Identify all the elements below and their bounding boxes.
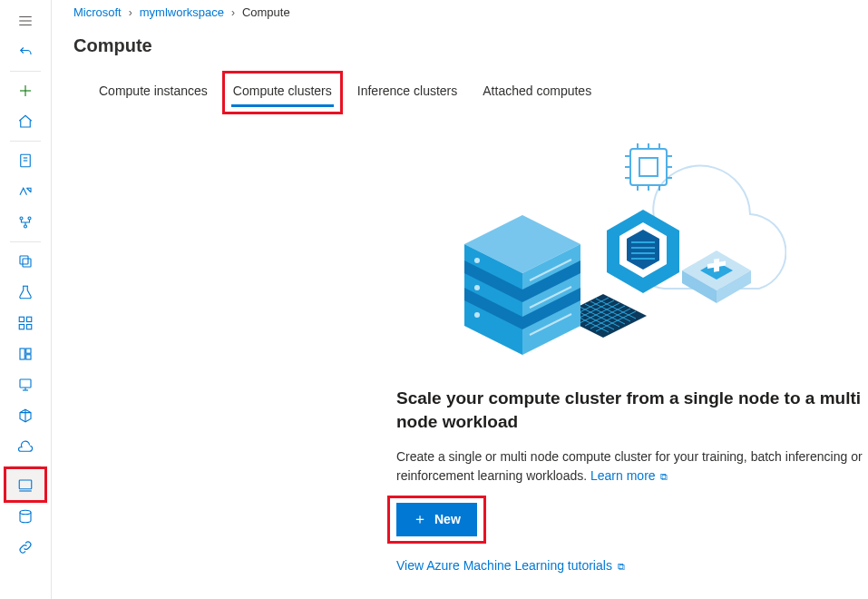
models-icon[interactable]: [5, 339, 45, 369]
svg-rect-15: [27, 317, 32, 321]
tab-attached-computes[interactable]: Attached computes: [470, 76, 604, 105]
data-labeling-icon[interactable]: [5, 501, 45, 532]
svg-rect-18: [20, 349, 24, 359]
svg-rect-27: [630, 149, 667, 185]
breadcrumb-link-microsoft[interactable]: Microsoft: [73, 5, 122, 19]
menu-icon[interactable]: [5, 5, 45, 36]
main-content: Microsoft › mymlworkspace › Compute Comp…: [52, 0, 868, 599]
svg-point-10: [24, 225, 27, 228]
breadcrumb-current: Compute: [242, 5, 290, 19]
svg-rect-12: [23, 259, 31, 267]
new-button-label: New: [434, 512, 461, 526]
tabs: Compute instances Compute clusters Infer…: [73, 76, 868, 105]
svg-rect-14: [19, 317, 24, 321]
empty-state-description: Create a single or multi node compute cl…: [396, 447, 868, 485]
tab-inference-clusters[interactable]: Inference clusters: [345, 76, 471, 105]
svg-point-72: [474, 258, 480, 263]
tab-compute-instances[interactable]: Compute instances: [86, 76, 220, 105]
svg-rect-24: [19, 480, 32, 489]
page-title: Compute: [73, 35, 868, 56]
compute-icon[interactable]: [5, 470, 45, 501]
designer-icon[interactable]: [5, 207, 45, 238]
breadcrumb-link-workspace[interactable]: mymlworkspace: [140, 5, 224, 19]
svg-rect-17: [27, 325, 32, 329]
svg-point-73: [474, 285, 480, 290]
home-icon[interactable]: [5, 106, 45, 137]
breadcrumb: Microsoft › mymlworkspace › Compute: [73, 5, 868, 19]
svg-rect-21: [20, 379, 31, 388]
tutorials-link[interactable]: View Azure Machine Learning tutorials ⧉: [396, 558, 625, 573]
svg-point-74: [474, 312, 480, 318]
plus-icon: ＋: [413, 510, 427, 529]
svg-point-26: [20, 510, 31, 515]
datasets-icon[interactable]: [5, 246, 45, 277]
external-link-icon: ⧉: [660, 471, 668, 482]
linked-services-icon[interactable]: [5, 532, 45, 563]
learn-more-link[interactable]: Learn more ⧉: [590, 468, 668, 483]
notebooks-icon[interactable]: [5, 145, 45, 176]
tab-label: Compute clusters: [233, 83, 332, 98]
chevron-right-icon: ›: [129, 6, 132, 19]
external-link-icon: ⧉: [618, 561, 625, 572]
endpoints-icon[interactable]: [5, 369, 45, 400]
svg-point-8: [20, 217, 23, 220]
chevron-right-icon: ›: [231, 6, 235, 19]
experiments-icon[interactable]: [5, 277, 45, 308]
plus-icon[interactable]: [5, 75, 45, 106]
pipelines-icon[interactable]: [5, 308, 45, 339]
compute-cluster-illustration: [396, 133, 786, 387]
svg-point-9: [28, 217, 31, 220]
tab-compute-clusters[interactable]: Compute clusters: [220, 76, 345, 105]
environments-icon[interactable]: [5, 400, 45, 431]
svg-rect-28: [639, 158, 658, 176]
empty-state-title: Scale your compute cluster from a single…: [396, 387, 868, 433]
empty-state: Scale your compute cluster from a single…: [396, 133, 868, 573]
back-icon[interactable]: [5, 36, 45, 67]
new-button[interactable]: ＋ New: [396, 503, 477, 536]
svg-rect-20: [26, 355, 31, 359]
datastores-icon[interactable]: [5, 431, 45, 462]
svg-rect-16: [19, 325, 24, 329]
sidebar: [0, 0, 52, 599]
svg-rect-19: [26, 349, 31, 353]
svg-rect-11: [20, 256, 28, 264]
automl-icon[interactable]: [5, 176, 45, 207]
